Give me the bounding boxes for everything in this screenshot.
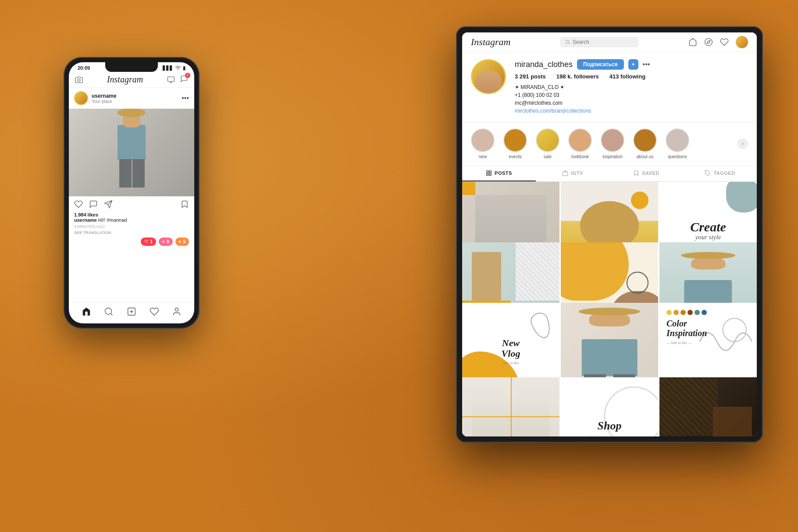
color-dot-4 [688, 310, 693, 315]
tagged-icon [705, 170, 711, 176]
svg-line-13 [569, 43, 570, 44]
tab-igtv-label: IGTV [571, 170, 583, 176]
phone-notifications: ♡ 1 ♥ 9 ♥ 5 [69, 235, 194, 248]
tab-saved[interactable]: SAVED [609, 166, 683, 181]
highlight-events[interactable]: events [503, 128, 527, 159]
tablet-home-icon[interactable] [688, 38, 697, 46]
highlight-next-arrow[interactable]: › [737, 138, 748, 149]
phone-post-username[interactable]: username [92, 93, 182, 99]
color-inspiration-link: — link in bio — [666, 340, 750, 345]
create-your-style-text: Create your style [690, 220, 726, 241]
svg-point-0 [78, 78, 80, 81]
highlight-new[interactable]: new [471, 128, 495, 159]
post-cell-11[interactable]: Shop [561, 377, 658, 436]
highlight-sale[interactable]: sale [536, 128, 559, 159]
color-dot-2 [673, 310, 679, 315]
tab-saved-label: SAVED [642, 170, 659, 176]
phone-post-place: Your place [92, 99, 182, 104]
phone-dm-icon[interactable]: 1 [180, 75, 188, 85]
highlight-questions[interactable]: questions [666, 128, 689, 159]
phone-nav-heart[interactable] [150, 307, 159, 316]
tablet-tabs: POSTS IGTV SAVED TAGGED [462, 166, 757, 182]
phone-like-icon[interactable] [74, 200, 83, 209]
post-cell-12[interactable] [659, 377, 757, 436]
tablet-plus-button[interactable]: + [628, 59, 638, 70]
new-vlog-text: NewVlog link in bio [502, 338, 520, 365]
highlight-lookbook[interactable]: lookbook [568, 128, 592, 159]
phone-nav-add[interactable] [127, 307, 136, 316]
phone-post-icon[interactable] [167, 76, 175, 84]
saved-icon [633, 170, 639, 176]
svg-rect-19 [487, 174, 488, 175]
tablet-device: Instagram miranda_clothes [456, 26, 763, 443]
notif-bubble-1: ♡ 1 [141, 238, 156, 246]
tablet-following-stat[interactable]: 413 following [609, 73, 645, 80]
highlight-about-us[interactable]: about us [633, 128, 657, 159]
tablet-followers-stat[interactable]: 198 k. followers [556, 73, 599, 80]
phone-see-translation[interactable]: SEE TRANSLATION [69, 231, 194, 235]
highlight-inspiration-circle [601, 128, 624, 152]
tablet-nav-icons [688, 36, 748, 48]
phone-save-icon[interactable] [180, 200, 189, 209]
tablet-search-bar[interactable] [560, 37, 639, 47]
phone-comment-icon[interactable] [89, 200, 98, 209]
svg-rect-18 [489, 174, 491, 175]
phone-nav-search[interactable] [104, 307, 114, 316]
svg-rect-16 [487, 171, 488, 173]
tablet-profile-avatar[interactable] [471, 59, 506, 94]
highlight-inspiration[interactable]: inspiration [601, 128, 624, 159]
phone-post-avatar[interactable] [74, 91, 88, 105]
highlight-sale-circle [536, 128, 559, 152]
phone-action-bar [69, 196, 194, 212]
tablet-profile-section: miranda_clothes Подписаться + ••• 3 291 … [462, 52, 757, 122]
tablet-bio-phone: +1 (800) 100 02 03 [515, 91, 748, 99]
new-vlog-big: NewVlog [502, 338, 520, 359]
tablet-search-icon [565, 39, 570, 45]
tablet-bio-link[interactable]: mirclothes.com/brand/collections [515, 108, 591, 114]
phone-nav-home[interactable] [82, 307, 91, 316]
tab-posts[interactable]: POSTS [462, 166, 536, 181]
posts-grid-icon [486, 170, 492, 176]
phone-bottom-nav [69, 302, 194, 323]
wifi-icon [175, 65, 181, 71]
phone-caption: username Hi!! #marinad [69, 217, 194, 224]
phone-share-icon[interactable] [104, 200, 113, 209]
svg-point-6 [105, 308, 112, 315]
tablet-username[interactable]: miranda_clothes [515, 60, 573, 69]
color-dot-1 [666, 310, 672, 315]
phone-likes-count: 1.984 likes [69, 212, 194, 217]
tablet-bio: ✦ MIRANDA_CLO ✦ +1 (800) 100 02 03 mc@mi… [515, 83, 748, 115]
phone-caption-user[interactable]: username [74, 217, 97, 223]
phone-action-icons-left [74, 200, 113, 209]
post-cell-10[interactable] [462, 377, 559, 436]
posts-grid: Create your style [462, 182, 757, 436]
color-dot-5 [695, 310, 700, 315]
phone-caption-text: Hi!! #marinad [98, 217, 127, 223]
tablet-compass-icon[interactable] [704, 38, 713, 46]
dm-badge: 1 [185, 73, 190, 78]
tab-tagged[interactable]: TAGGED [683, 166, 757, 181]
highlight-new-label: new [479, 154, 487, 159]
highlight-questions-circle [666, 128, 689, 152]
phone-post-more[interactable]: ••• [182, 94, 189, 102]
tablet-heart-icon[interactable] [720, 38, 729, 46]
phone-time: 20:09 [78, 65, 90, 71]
tab-igtv[interactable]: IGTV [536, 166, 609, 181]
phone-nav-profile[interactable] [172, 307, 182, 316]
tablet-search-input[interactable] [573, 39, 634, 45]
svg-point-12 [566, 40, 569, 43]
phone-notch [105, 62, 158, 72]
igtv-icon [562, 170, 568, 176]
highlight-about-us-label: about us [637, 154, 653, 159]
notif-bubble-3: ♥ 5 [175, 238, 189, 246]
color-inspiration-text: ColorInspiration — link in bio — [666, 319, 750, 345]
tab-tagged-label: TAGGED [713, 170, 735, 176]
tablet-profile-icon[interactable] [736, 36, 748, 48]
tablet-bio-name: ✦ MIRANDA_CLO ✦ [515, 83, 748, 91]
tablet-follow-button[interactable]: Подписаться [577, 59, 623, 70]
color-inspiration-big: ColorInspiration [666, 319, 750, 338]
tablet-more-options-button[interactable]: ••• [643, 60, 650, 68]
tablet-screen: Instagram miranda_clothes [462, 32, 757, 436]
shop-decoration [561, 377, 658, 436]
tablet-ig-logo: Instagram [471, 36, 510, 48]
